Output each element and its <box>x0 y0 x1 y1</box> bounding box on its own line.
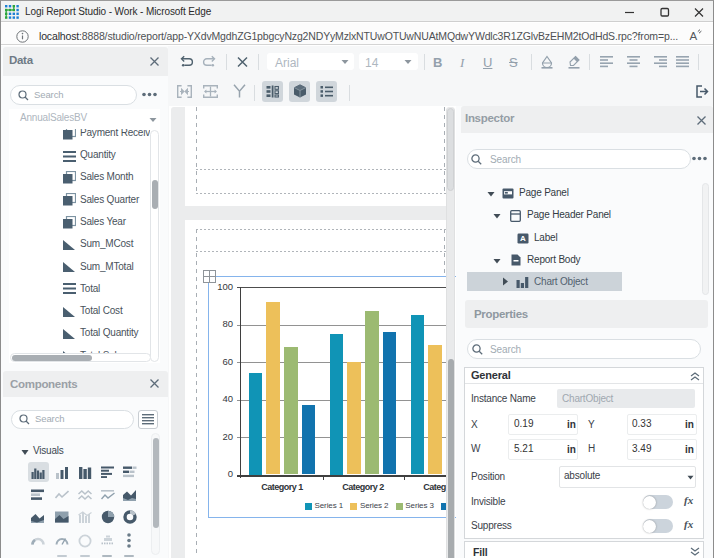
svg-text:A: A <box>690 30 698 42</box>
svg-text:A: A <box>520 234 526 243</box>
